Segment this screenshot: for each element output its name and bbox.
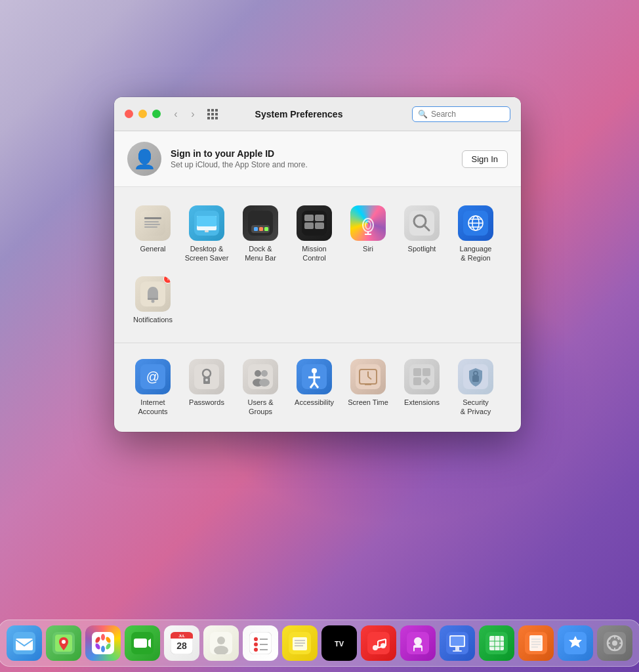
window-controls <box>125 110 161 118</box>
mission-label: MissionControl <box>302 244 326 263</box>
section-accounts-grid: @ InternetAccounts Passwords <box>127 354 508 422</box>
svg-point-157 <box>101 634 105 640</box>
svg-point-177 <box>254 642 258 646</box>
svg-point-56 <box>312 368 317 373</box>
svg-rect-32 <box>409 211 434 236</box>
svg-rect-21 <box>259 227 263 231</box>
pref-notifications[interactable]: ! Notifications <box>127 271 178 329</box>
sign-in-button[interactable]: Sign In <box>462 150 508 168</box>
svg-rect-67 <box>413 368 421 376</box>
general-label: General <box>140 244 165 253</box>
spotlight-icon <box>404 205 440 241</box>
dock-reminders[interactable] <box>243 625 278 661</box>
accessibility-icon <box>297 359 332 394</box>
pref-spotlight[interactable]: Spotlight <box>396 200 447 268</box>
notifications-label: Notifications <box>133 315 173 324</box>
minimize-button[interactable] <box>138 110 147 118</box>
dock-calendar[interactable]: JUL 28 <box>164 625 199 661</box>
dock: JUL 28 T <box>0 620 639 667</box>
svg-rect-68 <box>423 368 430 376</box>
svg-rect-11 <box>144 221 159 222</box>
dock-appstore[interactable] <box>558 625 593 661</box>
search-input[interactable] <box>431 110 505 119</box>
close-button[interactable] <box>125 110 133 118</box>
pref-accessibility[interactable]: Accessibility <box>289 354 340 422</box>
pref-siri[interactable]: Siri <box>342 200 394 268</box>
svg-point-178 <box>254 648 258 652</box>
dock-appletv[interactable]: TV <box>321 625 357 661</box>
system-preferences-window: ‹ › System Preferences 🔍 👤 <box>114 97 521 432</box>
accessibility-label: Accessibility <box>295 398 334 407</box>
svg-rect-24 <box>304 215 314 221</box>
svg-point-218 <box>612 640 617 646</box>
pref-extensions[interactable]: Extensions <box>396 354 447 422</box>
svg-text:28: 28 <box>176 640 187 651</box>
svg-rect-221 <box>608 642 610 644</box>
dock-maps[interactable] <box>46 625 81 661</box>
screentime-icon <box>350 359 386 394</box>
svg-text:@: @ <box>146 369 159 384</box>
dock-pages[interactable] <box>518 625 554 661</box>
preferences-container: General Desktop &Screen Saver <box>114 187 521 432</box>
dock-music[interactable] <box>361 625 396 661</box>
svg-point-52 <box>261 370 268 377</box>
avatar: 👤 <box>127 142 161 176</box>
svg-rect-16 <box>197 216 216 226</box>
pref-users[interactable]: Users &Groups <box>235 354 286 422</box>
svg-rect-13 <box>144 226 157 228</box>
language-icon <box>458 205 493 241</box>
pref-language[interactable]: Language& Region <box>450 200 501 268</box>
svg-rect-22 <box>264 227 268 231</box>
pref-security[interactable]: Security& Privacy <box>450 354 501 422</box>
pref-screentime[interactable]: Screen Time <box>342 354 394 422</box>
pref-desktop[interactable]: Desktop &Screen Saver <box>181 200 232 268</box>
dock-numbers[interactable] <box>479 625 514 661</box>
apple-id-title: Sign in to your Apple ID <box>171 148 462 159</box>
passwords-icon <box>189 359 224 394</box>
pref-passwords[interactable]: Passwords <box>181 354 232 422</box>
svg-point-51 <box>255 370 261 377</box>
dock-label: Dock &Menu Bar <box>245 244 276 263</box>
avatar-icon: 👤 <box>133 148 156 170</box>
section-accounts: @ InternetAccounts Passwords <box>114 343 521 432</box>
search-icon: 🔍 <box>418 110 428 119</box>
svg-rect-220 <box>614 648 615 650</box>
pref-general[interactable]: General <box>127 200 178 268</box>
pref-internet[interactable]: @ InternetAccounts <box>127 354 178 422</box>
svg-rect-175 <box>249 632 272 654</box>
maximize-button[interactable] <box>152 110 161 118</box>
svg-rect-204 <box>489 636 504 650</box>
section-personal: General Desktop &Screen Saver <box>114 194 521 340</box>
passwords-label: Passwords <box>189 398 224 407</box>
dock-contacts[interactable] <box>203 625 239 661</box>
dock-sysprefs[interactable] <box>597 625 632 661</box>
internet-label: InternetAccounts <box>138 398 167 417</box>
svg-rect-183 <box>293 637 307 650</box>
dock-notes[interactable] <box>282 625 318 661</box>
svg-point-54 <box>259 379 270 387</box>
pref-dock[interactable]: Dock &Menu Bar <box>235 200 286 268</box>
svg-rect-27 <box>315 222 324 229</box>
svg-point-197 <box>414 637 422 645</box>
desktop-label: Desktop &Screen Saver <box>185 244 229 263</box>
siri-label: Siri <box>363 244 373 253</box>
apple-id-subtitle: Set up iCloud, the App Store and more. <box>171 160 462 169</box>
notifications-icon: ! <box>135 276 171 312</box>
svg-point-190 <box>373 645 378 650</box>
svg-point-160 <box>101 646 105 652</box>
back-button[interactable]: ‹ <box>169 107 183 121</box>
search-box[interactable]: 🔍 <box>412 106 510 122</box>
dock-keynote[interactable] <box>440 625 475 661</box>
apple-id-banner[interactable]: 👤 Sign in to your Apple ID Set up iCloud… <box>114 131 521 187</box>
svg-text:TV: TV <box>335 640 344 648</box>
dock-facetime[interactable] <box>125 625 160 661</box>
security-icon <box>458 359 493 394</box>
pref-mission[interactable]: MissionControl <box>289 200 340 268</box>
svg-rect-12 <box>144 224 160 225</box>
language-label: Language& Region <box>460 244 492 263</box>
svg-text:JUL: JUL <box>178 634 184 638</box>
dock-podcasts[interactable] <box>400 625 436 661</box>
dock-mail[interactable] <box>7 625 42 661</box>
dock-photos[interactable] <box>85 625 121 661</box>
apple-id-text: Sign in to your Apple ID Set up iCloud, … <box>171 148 462 169</box>
